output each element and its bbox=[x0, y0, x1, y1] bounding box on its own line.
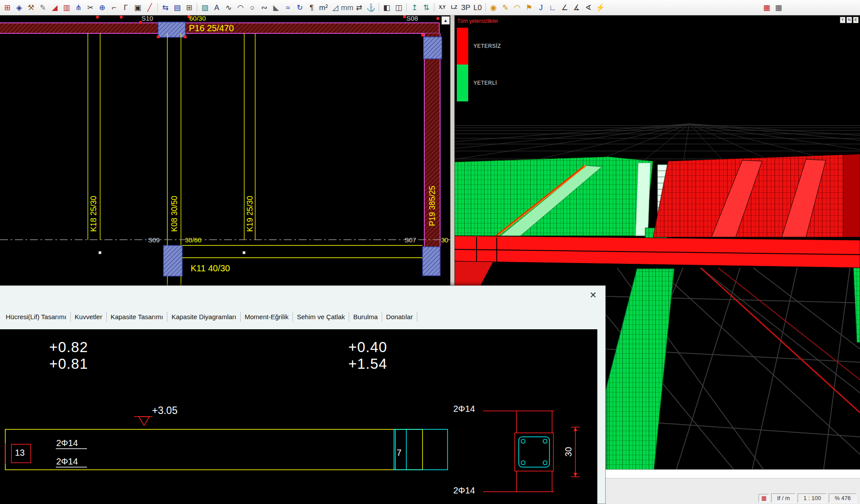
anchor-icon[interactable]: ⚓ bbox=[365, 1, 377, 14]
beam-design-dialog: ✕ Hücresi(Lif) TasarımıKuvvetlerKapasite… bbox=[0, 285, 606, 504]
tab-5[interactable]: Sehim ve Çatlak bbox=[293, 312, 349, 322]
rebar-label-2: 2Φ14 bbox=[56, 457, 78, 467]
plan-view-panel[interactable]: P16 25/470 60/30 S10 S08 K18 25/30 K08 3… bbox=[0, 15, 450, 285]
toolbar-icon-glyph: X,Y bbox=[439, 5, 445, 10]
toolbar-icon-glyph: ✎ bbox=[40, 4, 46, 11]
split-arrows-icon[interactable]: ⋔ bbox=[72, 1, 84, 14]
wave-icon[interactable]: ≈ bbox=[282, 1, 294, 14]
tab-4[interactable]: Moment-Eğrilik bbox=[241, 312, 293, 322]
flag-icon[interactable]: ⚑ bbox=[523, 1, 535, 14]
move-node-icon[interactable]: ⊕ bbox=[96, 1, 108, 14]
terrain-icon[interactable]: ◠ bbox=[511, 1, 523, 14]
fill-triangle-icon[interactable]: ◣ bbox=[270, 1, 282, 14]
toolbar-icon-glyph: ⚡ bbox=[596, 4, 605, 11]
toolbar-icon-glyph: ↻ bbox=[296, 4, 303, 11]
arc-icon[interactable]: ◠ bbox=[235, 1, 246, 14]
toolbar-icon-glyph: ⇆ bbox=[162, 4, 168, 11]
window-grid-icon[interactable]: ◫ bbox=[393, 1, 405, 14]
lightning-icon[interactable]: ⚡ bbox=[594, 1, 606, 14]
pencil-slash-icon[interactable]: ✎ bbox=[37, 1, 49, 14]
break-icon[interactable]: ✂ bbox=[84, 1, 96, 14]
table-icon[interactable]: ▦ bbox=[773, 1, 784, 14]
snap-lo-icon[interactable]: L0 bbox=[472, 1, 484, 14]
result-value-4: +1.54 bbox=[348, 356, 387, 372]
copy-view-icon[interactable]: ◧ bbox=[381, 1, 393, 14]
corner-join-alt-icon[interactable]: Γ bbox=[120, 1, 132, 14]
hook-icon[interactable]: J bbox=[535, 1, 547, 14]
marker-icon[interactable]: ◈ bbox=[13, 1, 25, 14]
toolbar-separator bbox=[484, 2, 488, 13]
toolbar-icon-glyph: ◣ bbox=[273, 4, 279, 11]
grip-handle bbox=[98, 251, 101, 254]
dim-label-30: 30 bbox=[441, 236, 448, 244]
polyline-icon[interactable]: ∿ bbox=[223, 1, 235, 14]
grid-icon[interactable]: ⊞ bbox=[183, 1, 195, 14]
ruler-mm-icon[interactable]: mm bbox=[341, 1, 353, 14]
tab-7[interactable]: Donatılar bbox=[382, 312, 417, 322]
scroll-up-button[interactable]: ▲ bbox=[441, 16, 450, 25]
close-icon[interactable]: ✕ bbox=[587, 289, 599, 301]
toolbar-icon-glyph: ▣ bbox=[134, 4, 141, 11]
toolbar-icon-glyph: ▥ bbox=[63, 4, 70, 11]
area-icon[interactable]: m² bbox=[318, 1, 329, 14]
tab-0[interactable]: Hücresi(Lif) Tasarımı bbox=[2, 312, 71, 322]
toolbar-icon-glyph: ✂ bbox=[87, 4, 93, 11]
result-value-3: +0.40 bbox=[348, 339, 387, 356]
stretch-icon[interactable]: ⇆ bbox=[159, 1, 171, 14]
layers-icon[interactable]: ⇅ bbox=[420, 1, 432, 14]
coord-lz-icon[interactable]: L,Z bbox=[448, 1, 460, 14]
view-window-buttons: YNE bbox=[840, 17, 859, 23]
error-table-icon[interactable]: ▦ bbox=[761, 1, 773, 14]
region-select-icon[interactable]: ▣ bbox=[132, 1, 144, 14]
node-label-s10: S10 bbox=[141, 15, 153, 22]
tab-2[interactable]: Kapasite Tasarımı bbox=[107, 312, 168, 322]
angle-arc-icon[interactable]: ∢ bbox=[582, 1, 594, 14]
toolbar-icon-glyph: ╱ bbox=[147, 4, 152, 11]
angle-icon[interactable]: ∠ bbox=[559, 1, 571, 14]
rotate-icon[interactable]: ↻ bbox=[294, 1, 306, 14]
toolbar-icon-glyph: ↥ bbox=[411, 4, 417, 11]
grip-handle bbox=[242, 251, 246, 254]
toolbar-icon-glyph: ✎ bbox=[502, 4, 508, 11]
tab-3[interactable]: Kapasite Diyagramları bbox=[167, 312, 241, 322]
column-chart-icon[interactable]: ▥ bbox=[61, 1, 72, 14]
toolbar-icon-glyph: ¶ bbox=[310, 4, 314, 11]
export-up-icon[interactable]: ↥ bbox=[408, 1, 420, 14]
angle-bracket-icon[interactable]: ∟ bbox=[547, 1, 559, 14]
status-cell: tf / m bbox=[771, 493, 795, 503]
tab-6[interactable]: Burulma bbox=[349, 312, 382, 322]
circle-icon[interactable]: ○ bbox=[246, 1, 258, 14]
toolbar-icon-glyph: ▦ bbox=[763, 4, 770, 11]
axe-tool-icon[interactable]: ⚒ bbox=[25, 1, 37, 14]
view-window-button[interactable]: N bbox=[846, 17, 852, 23]
corner-join-icon[interactable]: ⌐ bbox=[108, 1, 120, 14]
brush-icon[interactable]: ✎ bbox=[499, 1, 511, 14]
paragraph-icon[interactable]: ¶ bbox=[306, 1, 318, 14]
view-window-button[interactable]: E bbox=[853, 17, 859, 23]
toolbar-icon-glyph: ⊞ bbox=[186, 4, 192, 11]
angle-measured-icon[interactable]: ∡ bbox=[571, 1, 582, 14]
toolbar-spacer bbox=[606, 7, 761, 8]
horizontal-scrollbar[interactable] bbox=[606, 469, 860, 478]
slope-icon[interactable]: ◿ bbox=[329, 1, 341, 14]
swap-icon[interactable]: ⇄ bbox=[353, 1, 365, 14]
sheet-icon[interactable]: ▤ bbox=[171, 1, 183, 14]
status-cell: % 476 bbox=[829, 493, 856, 503]
tab-1[interactable]: Kuvvetler bbox=[71, 312, 107, 322]
selection-handle bbox=[421, 34, 424, 36]
lasso-icon[interactable]: ◉ bbox=[488, 1, 499, 14]
settings-grid-icon[interactable]: ⊞ bbox=[1, 1, 13, 14]
spline-icon[interactable]: ∾ bbox=[258, 1, 270, 14]
toolbar-separator bbox=[155, 2, 159, 13]
legend-label: YETERLİ bbox=[473, 80, 497, 86]
eraser-icon[interactable]: ◢ bbox=[49, 1, 61, 14]
toolbar-icon-glyph: Γ bbox=[124, 4, 128, 11]
knife-icon[interactable]: ╱ bbox=[144, 1, 155, 14]
snap-3p-icon[interactable]: 3P bbox=[460, 1, 472, 14]
toolbar-icon-glyph: ∿ bbox=[225, 4, 231, 11]
coord-xy-icon[interactable]: X,Y bbox=[436, 1, 448, 14]
view-window-button[interactable]: Y bbox=[840, 17, 846, 23]
text-icon[interactable]: A bbox=[211, 1, 223, 14]
bottom-panel: ▦ tf / m1 : 100% 476 bbox=[606, 478, 860, 504]
image-icon[interactable]: ▨ bbox=[199, 1, 211, 14]
